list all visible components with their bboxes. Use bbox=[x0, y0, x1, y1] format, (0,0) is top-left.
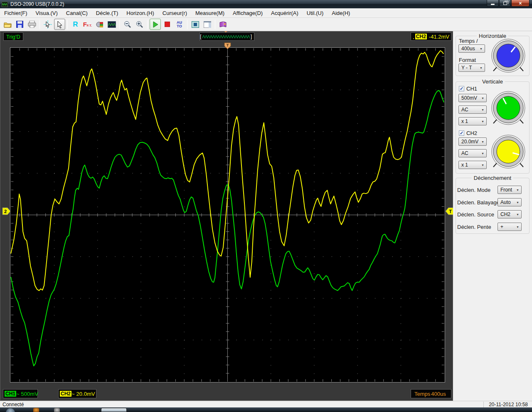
autoset-button[interactable]: AUTO bbox=[174, 19, 185, 30]
time-div-knob[interactable] bbox=[491, 38, 526, 73]
record-preview[interactable]: [ ] bbox=[200, 32, 254, 41]
zoom-out-button[interactable] bbox=[122, 19, 133, 30]
taskbar-icon[interactable] bbox=[54, 408, 60, 412]
minimize-icon bbox=[491, 4, 495, 5]
ch2-probe-select[interactable]: x 1 bbox=[458, 161, 487, 169]
trigger-mode-select[interactable]: Front bbox=[498, 186, 522, 194]
ch2-zero-marker[interactable]: 2 bbox=[2, 207, 11, 215]
help-button[interactable] bbox=[217, 19, 229, 30]
ch2-checkbox[interactable]: ✓ bbox=[459, 130, 464, 136]
run-button[interactable] bbox=[150, 19, 161, 30]
ch2-volts-select[interactable]: 20.0mV bbox=[458, 137, 487, 146]
ch1-probe-select[interactable]: x 1 bbox=[458, 117, 487, 125]
time-div-label: Temps / bbox=[459, 38, 478, 44]
ch1-coupling-select[interactable]: AC bbox=[458, 105, 487, 114]
fullscreen-button[interactable] bbox=[190, 19, 201, 30]
close-button[interactable]: × bbox=[511, 0, 530, 7]
ch1-checkbox[interactable]: ✓ bbox=[459, 86, 464, 91]
menu-fichier[interactable]: Fichier(F) bbox=[0, 9, 32, 17]
menu-curseur[interactable]: Curseur(r) bbox=[158, 9, 191, 17]
trigger-source-label: Déclen. Source bbox=[457, 211, 494, 218]
select-arrow-button[interactable] bbox=[54, 19, 65, 30]
menu-horizon[interactable]: Horizon.(H) bbox=[122, 9, 158, 17]
trigger-slope-label: Déclen. Pente bbox=[457, 224, 491, 230]
svg-text:T: T bbox=[449, 209, 452, 214]
restore-button[interactable] bbox=[499, 0, 511, 7]
menu-decle[interactable]: Décle.(T) bbox=[92, 9, 122, 17]
toolbar-separator bbox=[187, 20, 187, 29]
trigger-level-marker[interactable]: T bbox=[445, 207, 454, 215]
stop-icon bbox=[165, 22, 170, 27]
trigger-sweep-select[interactable]: Auto bbox=[498, 198, 522, 206]
format-select[interactable]: Y - T bbox=[458, 64, 485, 72]
menu-util[interactable]: Util.(U) bbox=[303, 9, 328, 17]
panel-layout-button[interactable] bbox=[202, 19, 213, 30]
zoom-in-icon bbox=[136, 21, 143, 28]
windows-taskbar bbox=[0, 407, 532, 412]
taskbar-icon[interactable] bbox=[33, 408, 39, 412]
menu-measure[interactable]: Measure(M) bbox=[191, 9, 229, 17]
ch2-coupling-select[interactable]: AC bbox=[458, 149, 487, 157]
trigger-slope-select[interactable]: + bbox=[498, 223, 522, 231]
ch1-position-knob[interactable] bbox=[491, 91, 526, 125]
ch2-coupling-icon: ~ bbox=[71, 391, 75, 397]
trigger-readout-box: CH2 -41.2mV bbox=[411, 32, 451, 41]
trigger-status: Trig'D bbox=[6, 34, 20, 40]
printer-icon bbox=[28, 21, 36, 28]
ch2-position-knob[interactable] bbox=[491, 134, 526, 169]
menu-canal[interactable]: Canal(C) bbox=[62, 9, 92, 17]
datetime: 20-11-2012 10:58 bbox=[483, 402, 528, 407]
svg-text:2: 2 bbox=[4, 209, 7, 214]
trigger-source-badge: CH2 bbox=[415, 34, 427, 39]
zoom-out-icon bbox=[124, 21, 131, 28]
trigger-position-marker[interactable]: T bbox=[224, 42, 231, 49]
start-orb[interactable] bbox=[6, 408, 15, 412]
ch1-volts-select[interactable]: 500mV bbox=[458, 94, 487, 102]
open-file-button[interactable] bbox=[2, 19, 13, 30]
ch2-readout-box: CH2 ~ 20.0mV bbox=[58, 389, 96, 398]
zoom-in-button[interactable] bbox=[134, 19, 145, 30]
toolbar-separator bbox=[147, 20, 148, 29]
color-settings-button[interactable] bbox=[94, 19, 105, 30]
open-folder-icon bbox=[4, 21, 12, 28]
ch2-volts-per-div: 20.0mV bbox=[76, 391, 95, 397]
ch2-label: CH2 bbox=[466, 130, 477, 136]
status-bar: Connecté 20-11-2012 10:58 bbox=[0, 401, 532, 407]
cursor-measure-button[interactable] bbox=[42, 19, 53, 30]
ch1-coupling-icon: ~ bbox=[16, 391, 20, 397]
save-button[interactable] bbox=[14, 19, 25, 30]
print-button[interactable] bbox=[26, 19, 37, 30]
minimize-button[interactable] bbox=[487, 0, 499, 7]
toolbar-separator bbox=[39, 20, 40, 29]
fft-icon: FF.T. bbox=[83, 21, 92, 28]
fullscreen-icon bbox=[192, 21, 199, 28]
ch1-readout-box: CH1 ~ 500mV bbox=[3, 389, 38, 398]
preview-right-bracket: ] bbox=[251, 33, 252, 40]
waveform-display-button[interactable] bbox=[106, 19, 117, 30]
menu-aide[interactable]: Aide(H) bbox=[328, 9, 354, 17]
toolbar-separator bbox=[67, 20, 68, 29]
timebase-readout-box: Temps 400us bbox=[411, 389, 451, 398]
menu-visua[interactable]: Visua.(V) bbox=[32, 9, 62, 17]
preview-wave-icon bbox=[202, 33, 251, 40]
menu-bar: Fichier(F) Visua.(V) Canal(C) Décle.(T) … bbox=[0, 8, 532, 18]
ch2-enable-row: ✓ CH2 bbox=[459, 130, 477, 136]
rising-edge-icon bbox=[413, 33, 414, 40]
stop-button[interactable] bbox=[162, 19, 173, 30]
trigger-source-select[interactable]: CH2 bbox=[498, 210, 522, 218]
refresh-button[interactable]: R bbox=[70, 19, 81, 30]
time-div-select[interactable]: 400us bbox=[458, 44, 485, 53]
waveform-icon bbox=[108, 21, 116, 28]
palette-icon bbox=[96, 21, 103, 28]
title-bar: DSO-2090 USB(7.0.0.2) × bbox=[0, 0, 532, 8]
trigger-sweep-label: Déclen. Balayage bbox=[457, 199, 500, 206]
fft-button[interactable]: FF.T. bbox=[82, 19, 93, 30]
active-app-task-button[interactable] bbox=[101, 408, 127, 412]
menu-acquerir[interactable]: Acquérir(A) bbox=[267, 9, 303, 17]
menu-affichage[interactable]: Affichage(D) bbox=[229, 9, 267, 17]
ch1-volts-per-div: 500mV bbox=[21, 391, 38, 397]
ch2-badge: CH2 bbox=[60, 391, 71, 397]
ch1-label: CH1 bbox=[466, 86, 477, 92]
auto-icon: AUTO bbox=[177, 21, 182, 28]
crosshair-cursor-icon bbox=[44, 20, 52, 29]
